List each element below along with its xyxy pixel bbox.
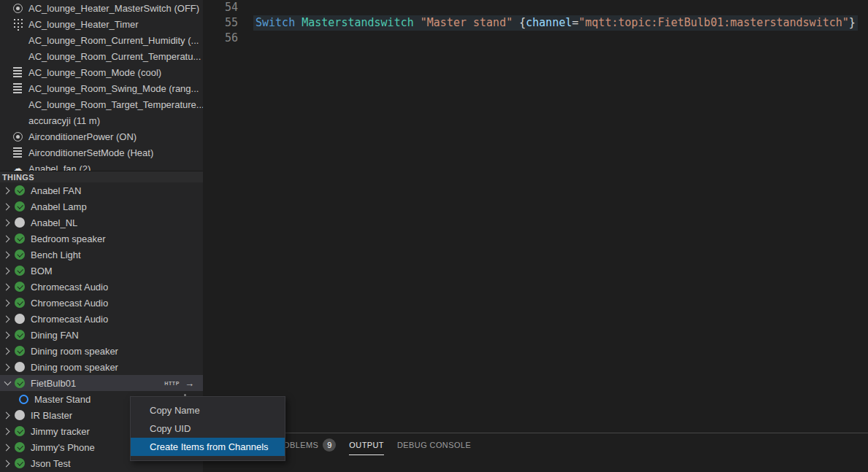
chevron-expanded-icon[interactable]: [1, 377, 13, 389]
thing-row-chromecast-audio[interactable]: Chromecast Audio: [0, 295, 203, 311]
item-label: AC_lounge_Room_Current_Humidity (...: [28, 35, 199, 46]
line-number[interactable]: 54: [203, 0, 238, 15]
item-label: accuracyji (11 m): [28, 115, 100, 126]
thing-row-anabel-nl[interactable]: Anabel_NL: [0, 214, 203, 231]
thing-row-bedroom-speaker[interactable]: Bedroom speaker: [0, 231, 203, 247]
thing-row-dining-room-speaker[interactable]: Dining room speaker: [0, 359, 203, 375]
chevron-collapsed-icon[interactable]: [1, 345, 13, 357]
thing-row-dining-room-speaker[interactable]: Dining room speaker: [0, 343, 203, 359]
thing-label: Chromecast Audio: [31, 314, 108, 325]
thing-label: Chromecast Audio: [31, 282, 108, 293]
chevron-collapsed-icon[interactable]: [1, 217, 13, 228]
chevron-collapsed-icon[interactable]: [1, 265, 13, 276]
panel-tab-label: OUTPUT: [349, 441, 384, 449]
thing-status-online-icon: [15, 378, 25, 388]
item-row-ac-lounge-room-current-temperatu[interactable]: AC_lounge_Room_Current_Temperatu...: [0, 48, 203, 64]
item-label: AC_lounge_Room_Swing_Mode (rang...: [28, 83, 199, 94]
chevron-collapsed-icon[interactable]: [1, 313, 13, 325]
chevron-collapsed-icon[interactable]: [1, 329, 13, 341]
menu-item-copy-uid[interactable]: Copy UID: [131, 419, 285, 438]
item-row-ac-lounge-room-current-humidity[interactable]: AC_lounge_Room_Current_Humidity (...: [0, 32, 203, 48]
item-row-ac-lounge-heater-masterswitch-off[interactable]: AC_lounge_Heater_MasterSwitch (OFF): [0, 0, 203, 16]
chevron-collapsed-icon[interactable]: [1, 425, 13, 437]
thing-label: Dining room speaker: [31, 362, 118, 373]
thing-status-online-icon: [15, 346, 25, 356]
item-row-ac-lounge-heater-timer[interactable]: AC_lounge_Heater_Timer: [0, 16, 203, 32]
thing-label: Dining room speaker: [31, 346, 118, 357]
item-row-accuracyji-11-m[interactable]: accuracyji (11 m): [0, 112, 203, 128]
problems-count-badge: 9: [323, 438, 336, 452]
thing-row-chromecast-audio[interactable]: Chromecast Audio: [0, 279, 203, 295]
thing-row-bom[interactable]: BOM: [0, 263, 203, 279]
code-token-string: "mqtt:topic:FietBulb01:masterstandswitch…: [579, 16, 849, 29]
code-line-55[interactable]: 55Switch Masterstandswitch "Master stand…: [203, 15, 868, 31]
thing-status-online-icon: [15, 298, 25, 308]
code-token-string: "Master stand": [420, 16, 512, 29]
panel-tab-bar: PROBLEMS9OUTPUTDEBUG CONSOLE: [203, 433, 868, 457]
menu-item-create-items-from-channels[interactable]: Create Items from Channels: [131, 438, 285, 456]
item-label: AC_lounge_Room_Mode (cool): [28, 67, 161, 78]
thing-status-offline-icon: [15, 362, 25, 372]
chevron-collapsed-icon[interactable]: [1, 361, 13, 373]
item-label: AirconditionerPower (ON): [28, 131, 137, 142]
thing-row-fietbulb01[interactable]: FietBulb01HTTP→: [0, 375, 203, 391]
thing-label: Dining FAN: [31, 330, 79, 341]
chevron-collapsed-icon[interactable]: [1, 441, 13, 453]
chevron-collapsed-icon[interactable]: [1, 281, 13, 293]
item-row-airconditionersetmode-heat[interactable]: AirconditionerSetMode (Heat): [0, 144, 203, 160]
code-token-plain: [512, 16, 519, 29]
chevron-collapsed-icon[interactable]: [1, 201, 13, 212]
no-icon: [12, 115, 23, 126]
menu-item-copy-name[interactable]: Copy Name: [131, 401, 285, 419]
item-row-airconditionerpower-on[interactable]: AirconditionerPower (ON): [0, 128, 203, 144]
thing-row-bench-light[interactable]: Bench Light: [0, 247, 203, 263]
items-tree-pane[interactable]: AC_lounge_Heater_MasterSwitch (OFF)AC_lo…: [0, 0, 203, 171]
thing-label: FietBulb01: [31, 378, 76, 389]
code-line-56[interactable]: 56: [203, 31, 868, 46]
line-number[interactable]: 56: [203, 31, 238, 46]
item-row-ac-lounge-room-target-temperature[interactable]: AC_lounge_Room_Target_Temperature...: [0, 96, 203, 112]
item-label: AC_lounge_Heater_MasterSwitch (OFF): [28, 3, 199, 14]
thing-status-offline-icon: [15, 217, 25, 228]
item-label: AC_lounge_Room_Current_Temperatu...: [28, 51, 201, 62]
chevron-collapsed-icon[interactable]: [1, 457, 13, 469]
code-editor[interactable]: 5455Switch Masterstandswitch "Master sta…: [203, 0, 868, 433]
thing-label: Bench Light: [31, 249, 81, 260]
arrow-right-icon[interactable]: →: [185, 379, 194, 388]
code-token-type: Masterstandswitch: [302, 16, 414, 29]
code-token-plain: {: [519, 16, 526, 29]
record-icon: [12, 2, 23, 14]
code-token-plain: =: [572, 16, 579, 29]
line-number[interactable]: 55: [203, 15, 238, 31]
panel-tab-output[interactable]: OUTPUT: [349, 441, 384, 449]
record-icon: [12, 131, 23, 142]
thing-label: Jimmy tracker: [31, 426, 90, 437]
thing-row-anabel-lamp[interactable]: Anabel Lamp: [0, 198, 203, 214]
thing-row-chromecast-audio[interactable]: Chromecast Audio: [0, 311, 203, 327]
chevron-collapsed-icon[interactable]: [1, 233, 13, 244]
line-content[interactable]: Switch Masterstandswitch "Master stand" …: [253, 15, 858, 31]
item-row-anabel-fan-2[interactable]: ☁Anabel_fan (2): [0, 160, 203, 171]
thing-row-dining-fan[interactable]: Dining FAN: [0, 327, 203, 343]
thing-row-anabel-fan[interactable]: Anabel FAN: [0, 182, 203, 198]
thing-label: Chromecast Audio: [31, 298, 108, 309]
things-section-header[interactable]: THINGS: [0, 171, 203, 182]
vscode-window: AC_lounge_Heater_MasterSwitch (OFF)AC_lo…: [0, 0, 868, 472]
panel-tab-debug-console[interactable]: DEBUG CONSOLE: [397, 441, 471, 449]
bottom-panel: PROBLEMS9OUTPUTDEBUG CONSOLE: [203, 433, 868, 472]
item-label: AC_lounge_Heater_Timer: [28, 19, 139, 30]
chevron-collapsed-icon[interactable]: [1, 409, 13, 421]
http-binding-label: HTTP: [164, 381, 180, 386]
item-row-ac-lounge-room-swing-mode-rang[interactable]: AC_lounge_Room_Swing_Mode (rang...: [0, 80, 203, 96]
thing-status-online-icon: [15, 233, 25, 244]
code-line-54[interactable]: 54: [203, 0, 868, 15]
thing-status-online-icon: [15, 330, 25, 340]
keypad-icon: [12, 18, 23, 30]
chevron-collapsed-icon[interactable]: [1, 185, 13, 196]
item-row-ac-lounge-room-mode-cool[interactable]: AC_lounge_Room_Mode (cool): [0, 64, 203, 80]
chevron-collapsed-icon[interactable]: [1, 297, 13, 309]
thing-label: Jimmy's Phone: [31, 442, 95, 453]
thing-label: Anabel FAN: [31, 185, 81, 196]
chevron-collapsed-icon[interactable]: [1, 249, 13, 260]
code-token-property: channel: [526, 16, 572, 29]
